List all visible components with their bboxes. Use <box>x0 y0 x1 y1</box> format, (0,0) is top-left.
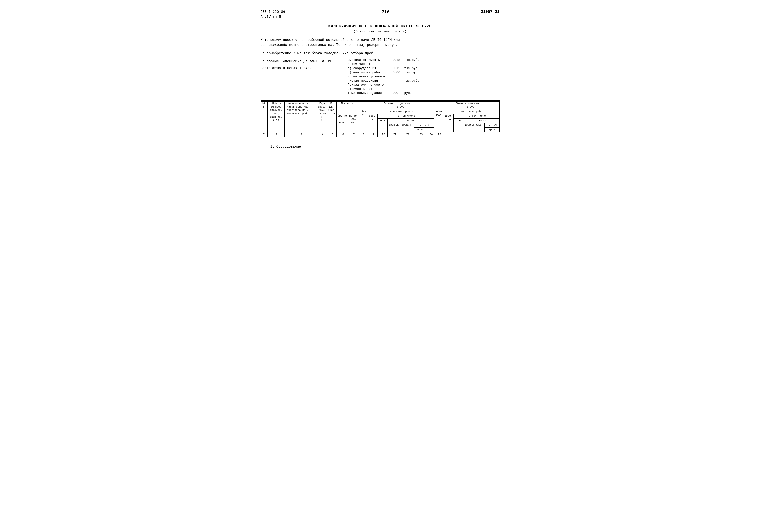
col-header-equip-total: :обо-:руд. <box>434 109 444 132</box>
estimated-cost-label: Сметная стоимость <box>346 58 387 62</box>
page-header: 903-I-220.86 Ал.IV кн.5 - 716 - 21057-21 <box>261 10 500 19</box>
colnum-10: :I0 <box>378 132 387 137</box>
cost-m3-unit: руб. <box>402 91 421 95</box>
col-header-exp1: :экспл: <box>387 119 434 123</box>
col-header-name: :Наименование и:характеристика:оборудова… <box>284 102 316 132</box>
indicators-label: Показатели по смете <box>346 83 387 87</box>
col-header-zapl2: :зарпл <box>485 128 496 132</box>
col-header-sal1: :зарпл. <box>387 123 401 132</box>
colnum-5: :5 <box>327 132 337 137</box>
cost-m3-label: I м3 объема здания <box>346 91 387 95</box>
doc-number-line2: Ал.IV кн.5 <box>261 15 285 20</box>
col-header-num: №№пп <box>261 102 267 132</box>
col-header-all1: :все-:го <box>368 114 377 132</box>
colnum-12: :I2 <box>401 132 414 137</box>
col-header-zapl1: :зарпл: <box>414 128 427 132</box>
purpose-line: На приобретение и монтаж блока холодильн… <box>261 52 500 55</box>
info-grid: Основание: спецификация Ал.II л.ТМН-I Со… <box>261 58 500 95</box>
doc-number-line1: 903-I-220.86 <box>261 10 285 15</box>
normative-label: Нормативная условно- <box>346 74 387 78</box>
title-block: КАЛЬКУЛЯЦИЯ № I К ЛОКАЛЬНОЙ СМЕТЕ № I-20… <box>261 24 500 33</box>
colnum-8: :8 <box>358 132 368 137</box>
basis-label: Основание: спецификация Ал.II л.ТМН-I <box>261 58 336 65</box>
col-header-unit: :Еди-:ница:изме-:рения::: <box>316 102 327 132</box>
info-right: Сметная стоимость 0,I8 тыс.руб, В том чи… <box>346 58 499 95</box>
colnum-1: I <box>261 132 267 137</box>
info-left: Основание: спецификация Ал.II л.ТМН-I Со… <box>261 58 336 95</box>
description-line1: К типовому проекту полносборной котельно… <box>261 37 500 42</box>
col-header-brutto: брутто::Еди-: <box>336 114 348 132</box>
colnum-7: :7 <box>348 132 358 137</box>
table-header-row1: №№пп :Шифр и:№ пос.:прейск.:УСН,:ценника… <box>261 102 499 109</box>
col-header-assembly-total: :монтажных работ <box>444 109 499 114</box>
colnum-9: :9 <box>368 132 377 137</box>
cost-table: Сметная стоимость 0,I8 тыс.руб, В том чи… <box>346 58 421 95</box>
equipment-value: 0,I2 <box>387 66 402 70</box>
col-header-mass: :Масса, т: <box>336 102 358 114</box>
estimated-cost-unit: тыс.руб, <box>402 58 421 62</box>
empty-row <box>261 137 499 141</box>
document-title: КАЛЬКУЛЯЦИЯ № I К ЛОКАЛЬНОЙ СМЕТЕ № I-20 <box>261 24 500 28</box>
colnum-13: :I3 <box>414 132 427 137</box>
colnum-6: :6 <box>336 132 348 137</box>
equipment-label: а) оборудования <box>346 66 387 70</box>
col-header-zapl1b: : <box>427 128 434 132</box>
col-header-including2: :в том числе <box>453 114 499 119</box>
col-header-unit-cost: :Стоимость единицы в руб. <box>358 102 434 109</box>
col-header-main1: :осн. <box>378 119 387 132</box>
col-header-equip-cost: :обо-:руд. <box>358 109 368 132</box>
doc-code: 21057-21 <box>481 10 500 14</box>
including-label: В том числе: <box>346 62 387 66</box>
description-line2: сельскохозяйственного строительства. Топ… <box>261 42 500 48</box>
divider-top <box>261 100 500 101</box>
cost-m3-value: 0,0I <box>387 91 402 95</box>
estimated-cost-value: 0,I8 <box>387 58 402 62</box>
col-header-mach1: :машин: <box>401 123 414 132</box>
table-col-numbers: I :2 :3 :4 :5 :6 :7 :8 :9 :I0 :II :I2 :I… <box>261 132 499 137</box>
equipment-unit: тыс.руб. <box>402 66 421 70</box>
cost-per-label: Стоимость на: <box>346 87 387 91</box>
col-header-pt2: :в т.ч <box>485 123 499 128</box>
col-header-zapl2b: : <box>496 128 499 132</box>
document-subtitle: (Локальный сметный расчет) <box>261 29 500 33</box>
description-block: К типовому проекту полносборной котельно… <box>261 37 500 48</box>
normative-label2: чистая продукция <box>346 78 387 83</box>
col-header-assembly-cost: :монтажных работ <box>368 109 434 114</box>
colnum-3: :3 <box>284 132 316 137</box>
normative-unit: тыс.руб. <box>402 78 421 83</box>
assembly-value: 0,06 <box>387 70 402 74</box>
colnum-11: :II <box>387 132 401 137</box>
col-header-total-cost: :Общая стоимость в руб. <box>434 102 499 109</box>
col-header-exp2: :экспл <box>463 119 499 123</box>
header-left: 903-I-220.86 Ал.IV кн.5 <box>261 10 285 19</box>
col-header-main2: :осн. <box>453 119 463 132</box>
section-header: I. Оборудование <box>261 145 500 149</box>
col-header-all2: :все-:го <box>444 114 453 132</box>
main-table: №№пп :Шифр и:№ пос.:прейск.:УСН,:ценника… <box>261 101 500 141</box>
col-header-netto: нетто:Об-:щая: <box>348 114 358 132</box>
col-header-pt1: :в т.ч: <box>414 123 434 128</box>
col-header-including1: :в том числе <box>378 114 434 119</box>
colnum-2: :2 <box>267 132 284 137</box>
col-header-code: :Шифр и:№ пос.:прейск.:УСН,:ценника:и др… <box>267 102 284 132</box>
col-header-sal2: :зарпл:машин <box>463 123 485 132</box>
colnum-4: :4 <box>316 132 327 137</box>
page-number: - 716 - <box>285 10 481 15</box>
colnum-15: :I5 <box>434 132 444 137</box>
compiled-label: Составлена в ценах 1984г. <box>261 65 336 72</box>
assembly-unit: тыс.руб. <box>402 70 421 74</box>
assembly-label: б) монтажных работ <box>346 70 387 74</box>
col-header-qty: :Ко-:ли-:чес-:тво::: <box>327 102 337 132</box>
colnum-14: :I4 <box>427 132 434 137</box>
